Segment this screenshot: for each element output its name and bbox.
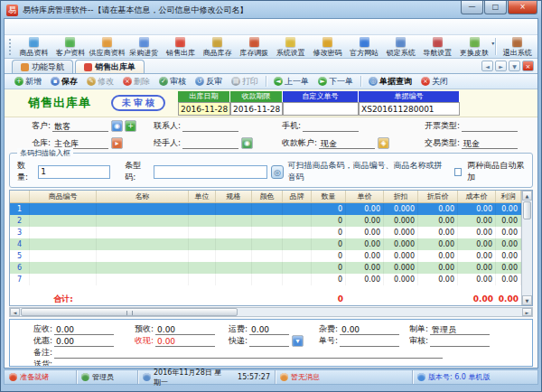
toolbar-button[interactable]: 官方网站 (346, 37, 383, 57)
select-customer-icon[interactable]: ◉ (111, 120, 123, 132)
tab[interactable]: 功能导航 (12, 60, 73, 73)
doc-toolbar-button[interactable]: ◄ 上一单 (269, 76, 313, 88)
column-header[interactable]: 折后价 (418, 191, 458, 202)
doc-toolbar-button[interactable]: ◎ 单据查询 (364, 76, 416, 88)
barcode-input[interactable] (154, 165, 267, 179)
quantity-input[interactable] (38, 165, 110, 179)
table-row[interactable]: 400.000.0000.000.000.00 (10, 238, 521, 250)
doc-header-field-value[interactable]: 2016-11-28 (178, 102, 230, 116)
column-header[interactable] (10, 191, 30, 202)
menu-item[interactable] (8, 25, 23, 29)
toolbar-button[interactable]: 采购进货 (126, 37, 163, 57)
remark-value[interactable] (54, 348, 443, 359)
menu-item[interactable] (95, 25, 109, 29)
toolbar-button[interactable]: 供应商资料 (89, 37, 126, 57)
menu-item[interactable] (66, 25, 80, 29)
tab-scroll-right-icon[interactable]: ► (495, 61, 507, 71)
column-header[interactable]: 利润 (496, 191, 521, 202)
toolbar-button[interactable]: 更换皮肤 ▾ (456, 37, 493, 57)
tab[interactable]: 销售出库单 (75, 60, 145, 73)
table-row[interactable]: 600.000.0000.000.000.00 (10, 262, 521, 274)
scroll-right-icon[interactable]: ► (522, 308, 532, 316)
column-header[interactable]: 规格 (216, 191, 252, 202)
table-row[interactable]: 300.000.0000.000.000.00 (10, 227, 521, 238)
menu-item[interactable] (37, 25, 51, 29)
doc-toolbar-button[interactable]: ✓ 审核 (154, 76, 191, 88)
form-field-value[interactable] (303, 121, 359, 132)
tab-close-icon[interactable]: × (522, 61, 534, 71)
tab-scroll-left-icon[interactable]: ◄ (481, 61, 493, 71)
doc-toolbar-button[interactable]: ▤ 打印 (227, 76, 263, 88)
scroll-up-icon[interactable]: ▲ (522, 191, 532, 201)
add-customer-icon[interactable]: + (125, 120, 136, 132)
doc-toolbar-button[interactable]: × 删除 (118, 76, 154, 88)
footer-field-value[interactable]: 0.00 (155, 336, 215, 347)
select-handler-icon[interactable]: ◉ (241, 137, 253, 149)
toolbar-button[interactable]: 退出系统 (499, 37, 536, 57)
form-field-value[interactable]: 主仓库 (52, 138, 108, 149)
footer-field-value[interactable]: 0.00 (54, 324, 114, 335)
scroll-down-icon[interactable]: ▼ (522, 295, 532, 305)
doc-toolbar-button[interactable]: × 关闭 (416, 76, 453, 88)
column-header[interactable]: 名称 (97, 191, 189, 202)
toolbar-button[interactable]: 系统设置 (272, 37, 309, 57)
table-row[interactable]: 700.000.0000.000.000.00 (10, 274, 521, 285)
toolbar-button[interactable]: 销售出库 (163, 37, 200, 57)
toolbar-grip[interactable] (9, 39, 12, 55)
table-row[interactable]: 100.000.0000.000.000.00 (10, 203, 521, 215)
menu-item[interactable] (51, 25, 66, 29)
doc-toolbar-button[interactable]: ↺ 反审 (191, 76, 227, 88)
barcode-search-icon[interactable]: ◎ (271, 165, 285, 179)
form-field-value[interactable]: 散客 (52, 121, 108, 132)
column-header[interactable]: 单价 (346, 191, 384, 202)
toolbar-button[interactable]: 导航设置 (419, 37, 456, 57)
scroll-left-icon[interactable]: ◄ (10, 308, 20, 316)
toolbar-button[interactable]: 锁定系统 (382, 37, 419, 57)
toolbar-button[interactable]: 商品库存 (199, 37, 236, 57)
column-header[interactable]: 折扣 (384, 191, 418, 202)
form-field-value[interactable]: 现金 (319, 138, 375, 149)
doc-header-field-value[interactable] (283, 102, 359, 116)
table-row[interactable]: 200.000.0000.000.000.00 (10, 215, 521, 227)
toolbar-button[interactable]: 客户资料 (52, 37, 89, 57)
doc-toolbar-button[interactable]: ▪ 保存 (46, 76, 82, 88)
vertical-scroll-thumb[interactable] (523, 201, 531, 219)
footer-field-value[interactable]: 0.00 (249, 324, 289, 335)
toolbar-button[interactable]: 库存调拨 (236, 37, 273, 57)
column-header[interactable]: 数量 (312, 191, 346, 202)
doc-header-field-value[interactable]: XS201611280001 (359, 102, 460, 116)
doc-toolbar-button[interactable]: ✎ 修改 (82, 76, 118, 88)
toolbar-button[interactable]: 商品资料 (15, 37, 52, 57)
close-button[interactable]: × (508, 1, 537, 14)
minimize-button[interactable]: — (461, 1, 483, 14)
delivery-value[interactable] (54, 359, 443, 368)
skin-dropdown-caret-icon[interactable]: ▾ (491, 39, 494, 47)
footer-field-value[interactable]: 0.00 (54, 336, 114, 347)
auto-accumulate-checkbox[interactable] (454, 168, 462, 176)
doc-toolbar-button[interactable]: ► 下一单 (313, 76, 358, 88)
vertical-scrollbar[interactable]: ▲ ▼ (521, 191, 532, 305)
table-row[interactable]: 500.000.0000.000.000.00 (10, 250, 521, 262)
column-header[interactable]: 商品编号 (30, 191, 97, 202)
form-field-value[interactable]: 现金 (462, 138, 518, 149)
horizontal-scrollbar[interactable]: ◄ ► (9, 307, 533, 317)
menu-item[interactable] (80, 25, 95, 29)
title-bar[interactable]: 易 易特库房管理软件--【请在基本信息，公司信息中修改公司名】 — □ × (1, 1, 541, 18)
footer-field-value[interactable] (249, 336, 289, 347)
doc-toolbar-button[interactable]: + 新增 (10, 76, 46, 88)
footer-field-value[interactable]: 0.00 (340, 324, 399, 335)
toolbar-button[interactable]: 修改密码 (309, 37, 346, 57)
column-header[interactable]: 单位 (189, 191, 216, 202)
tab-list-icon[interactable]: ▼ (509, 61, 520, 71)
footer-field-value[interactable] (430, 336, 490, 347)
doc-header-field-value[interactable]: 2016-11-28 (230, 102, 283, 116)
maximize-button[interactable]: □ (484, 1, 507, 14)
select-warehouse-icon[interactable]: ▸ (111, 137, 123, 149)
horizontal-scroll-thumb[interactable] (21, 308, 238, 316)
column-header[interactable]: 颜色 (252, 191, 283, 202)
column-header[interactable]: 品牌 (283, 191, 312, 202)
footer-field-value[interactable] (340, 336, 399, 347)
footer-field-value[interactable]: 0.00 (155, 324, 215, 335)
form-field-value[interactable] (182, 138, 238, 149)
form-field-value[interactable] (182, 121, 238, 132)
